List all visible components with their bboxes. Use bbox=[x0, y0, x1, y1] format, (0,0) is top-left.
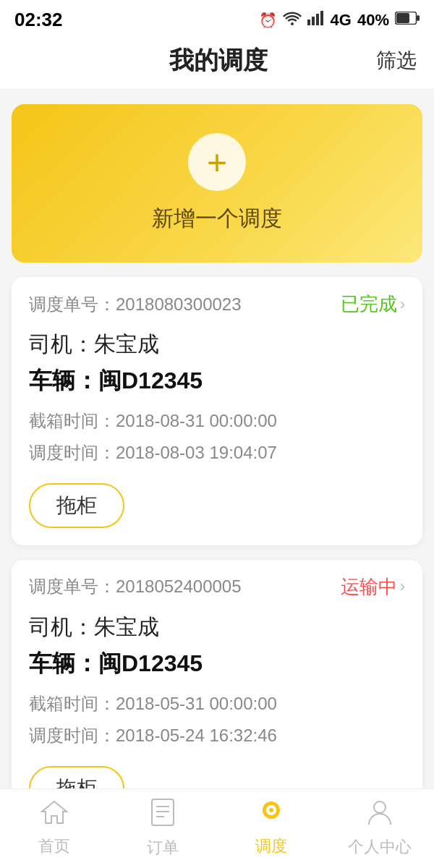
status-icons: ⏰ 4G 40% bbox=[259, 11, 420, 30]
order-icon bbox=[151, 799, 174, 833]
order-card-2: 调度单号：2018052400005 运输中 › 司机：朱宝成 车辆：闽D123… bbox=[12, 560, 422, 828]
wifi-icon bbox=[283, 11, 302, 29]
battery-icon bbox=[395, 12, 420, 28]
order-dispatch-1: 调度时间：2018-08-03 19:04:07 bbox=[29, 439, 405, 467]
bottom-nav: 首页 订单 调度 bbox=[0, 788, 434, 868]
header: 我的调度 筛选 bbox=[0, 37, 434, 90]
svg-rect-3 bbox=[316, 14, 319, 25]
nav-home-label: 首页 bbox=[38, 835, 70, 857]
svg-point-14 bbox=[269, 808, 273, 812]
order-number-1: 调度单号：2018080300023 bbox=[29, 293, 242, 316]
chevron-right-icon-1: › bbox=[400, 295, 405, 314]
status-bar: 02:32 ⏰ 4G 40% bbox=[0, 0, 434, 37]
svg-rect-1 bbox=[307, 20, 310, 25]
order-card-1: 调度单号：2018080300023 已完成 › 司机：朱宝成 车辆：闽D123… bbox=[12, 277, 422, 545]
order-vehicle-2: 车辆：闽D12345 bbox=[29, 648, 405, 680]
svg-rect-7 bbox=[396, 13, 409, 23]
plus-icon: + bbox=[207, 142, 227, 182]
tugui-button-1[interactable]: 拖柜 bbox=[29, 483, 124, 528]
order-btn-row-1: 拖柜 bbox=[29, 483, 405, 528]
svg-point-19 bbox=[374, 801, 386, 813]
status-time: 02:32 bbox=[14, 9, 63, 31]
page-title: 我的调度 bbox=[61, 44, 376, 77]
order-status-2[interactable]: 运输中 › bbox=[341, 574, 405, 600]
battery-percent: 40% bbox=[357, 11, 389, 30]
nav-profile[interactable]: 个人中心 bbox=[326, 799, 434, 858]
order-driver-2: 司机：朱宝成 bbox=[29, 613, 405, 642]
nav-order-label: 订单 bbox=[147, 837, 179, 859]
svg-point-0 bbox=[291, 22, 294, 25]
network-label: 4G bbox=[331, 11, 352, 30]
nav-home[interactable]: 首页 bbox=[0, 800, 109, 857]
add-label: 新增一个调度 bbox=[152, 204, 282, 234]
nav-dispatch-label: 调度 bbox=[255, 835, 287, 857]
order-cutoff-1: 截箱时间：2018-08-31 00:00:00 bbox=[29, 407, 405, 435]
order-header-2: 调度单号：2018052400005 运输中 › bbox=[29, 574, 405, 600]
home-icon bbox=[41, 800, 68, 831]
order-driver-1: 司机：朱宝成 bbox=[29, 330, 405, 359]
profile-icon bbox=[368, 799, 391, 832]
order-status-1[interactable]: 已完成 › bbox=[341, 292, 405, 317]
nav-order[interactable]: 订单 bbox=[109, 799, 217, 859]
order-vehicle-1: 车辆：闽D12345 bbox=[29, 365, 405, 397]
nav-profile-label: 个人中心 bbox=[348, 836, 412, 858]
order-header-1: 调度单号：2018080300023 已完成 › bbox=[29, 292, 405, 317]
nav-dispatch[interactable]: 调度 bbox=[217, 800, 326, 857]
add-dispatch-card[interactable]: + 新增一个调度 bbox=[12, 104, 422, 263]
svg-rect-6 bbox=[417, 15, 420, 21]
dispatch-icon bbox=[257, 800, 286, 831]
main-content: + 新增一个调度 调度单号：2018080300023 已完成 › 司机：朱宝成… bbox=[0, 90, 434, 868]
filter-button[interactable]: 筛选 bbox=[376, 47, 417, 75]
alarm-icon: ⏰ bbox=[259, 12, 277, 29]
order-dispatch-2: 调度时间：2018-05-24 16:32:46 bbox=[29, 722, 405, 749]
order-cutoff-2: 截箱时间：2018-05-31 00:00:00 bbox=[29, 690, 405, 718]
chevron-right-icon-2: › bbox=[400, 577, 405, 596]
svg-rect-2 bbox=[312, 17, 315, 25]
order-number-2: 调度单号：2018052400005 bbox=[29, 575, 242, 598]
add-icon-circle: + bbox=[188, 133, 246, 191]
svg-rect-4 bbox=[320, 11, 323, 25]
signal-icon bbox=[307, 11, 325, 29]
